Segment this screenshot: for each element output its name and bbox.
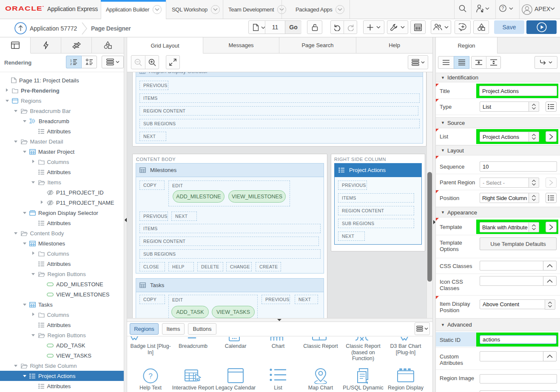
svg-text:?: ? bbox=[502, 6, 504, 11]
svg-text:?: ? bbox=[148, 372, 152, 380]
svg-text:2: 2 bbox=[70, 62, 72, 65]
svg-text:1: 1 bbox=[70, 59, 72, 62]
